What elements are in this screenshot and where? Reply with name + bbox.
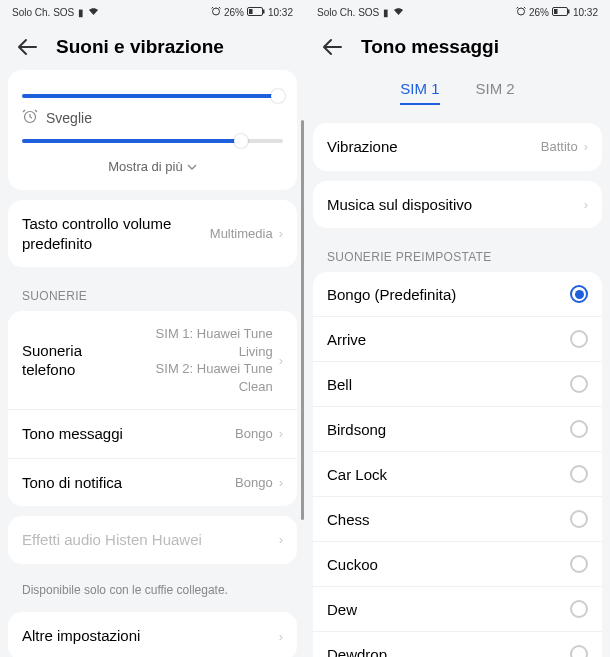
ringtone-item[interactable]: Birdsong	[313, 406, 602, 451]
alarm-status-icon	[516, 6, 526, 18]
alarm-status-icon	[211, 6, 221, 18]
time-text: 10:32	[268, 7, 293, 18]
scrollbar[interactable]	[301, 120, 304, 520]
wifi-icon	[88, 7, 99, 18]
ringtone-item[interactable]: Dewdrop	[313, 631, 602, 657]
chevron-right-icon: ›	[279, 426, 283, 441]
message-tone-label: Tono messaggi	[22, 424, 123, 444]
other-settings-row[interactable]: Altre impostazioni ›	[8, 612, 297, 657]
notification-tone-value: Bongo	[235, 474, 273, 492]
carrier-text: Solo Ch. SOS	[317, 7, 379, 18]
radio-button[interactable]	[570, 465, 588, 483]
volume-key-row[interactable]: Tasto controllo volume predefinito Multi…	[8, 200, 297, 267]
radio-button[interactable]	[570, 510, 588, 528]
phone-ringtone-row[interactable]: Suoneria telefono SIM 1: Huawei Tune Liv…	[8, 311, 297, 409]
ringtone-name: Cuckoo	[327, 556, 378, 573]
music-device-row[interactable]: Musica sul dispositivo ›	[313, 181, 602, 229]
battery-icon	[552, 7, 570, 18]
chevron-right-icon: ›	[279, 226, 283, 241]
histen-label: Effetti audio Histen Huawei	[22, 530, 202, 550]
radio-button[interactable]	[570, 330, 588, 348]
svg-point-0	[212, 8, 219, 15]
radio-button[interactable]	[570, 420, 588, 438]
svg-rect-2	[249, 9, 253, 14]
volume-sliders-card: Sveglie Mostra di più	[8, 70, 297, 190]
radio-button[interactable]	[570, 645, 588, 657]
ringtone-item[interactable]: Bongo (Predefinita)	[313, 272, 602, 316]
status-bar: Solo Ch. SOS ▮ 26% 10:32	[0, 0, 305, 22]
carrier-text: Solo Ch. SOS	[12, 7, 74, 18]
chevron-right-icon: ›	[279, 475, 283, 490]
music-device-label: Musica sul dispositivo	[327, 195, 472, 215]
ringtone-name: Bongo (Predefinita)	[327, 286, 456, 303]
phone-ringtone-sim1: SIM 1: Huawei Tune Living	[132, 325, 272, 360]
battery-text: 26%	[224, 7, 244, 18]
histen-helper: Disponibile solo con le cuffie collegate…	[8, 574, 297, 613]
svg-rect-7	[554, 9, 558, 14]
time-text: 10:32	[573, 7, 598, 18]
alarm-slider[interactable]	[22, 139, 283, 143]
alarm-label: Sveglie	[46, 110, 92, 126]
chevron-down-icon	[187, 164, 197, 170]
volume-key-value: Multimedia	[210, 225, 273, 243]
ringtone-name: Arrive	[327, 331, 366, 348]
wifi-icon	[393, 7, 404, 18]
ringtone-list: Bongo (Predefinita)ArriveBellBirdsongCar…	[313, 272, 602, 657]
tab-sim1[interactable]: SIM 1	[400, 80, 439, 105]
music-device-card: Musica sul dispositivo ›	[313, 181, 602, 229]
show-more-button[interactable]: Mostra di più	[22, 153, 283, 184]
radio-button[interactable]	[570, 375, 588, 393]
ringtone-item[interactable]: Chess	[313, 496, 602, 541]
notification-tone-row[interactable]: Tono di notifica Bongo ›	[8, 458, 297, 507]
ringtone-name: Car Lock	[327, 466, 387, 483]
histen-row: Effetti audio Histen Huawei ›	[8, 516, 297, 564]
ringtone-name: Chess	[327, 511, 370, 528]
back-button[interactable]	[321, 36, 343, 58]
tab-sim2[interactable]: SIM 2	[476, 80, 515, 105]
ringtone-name: Dew	[327, 601, 357, 618]
ringtone-name: Birdsong	[327, 421, 386, 438]
vibration-value: Battito	[541, 138, 578, 156]
radio-button[interactable]	[570, 600, 588, 618]
page-title: Suoni e vibrazione	[56, 36, 224, 58]
sounds-vibration-screen: Solo Ch. SOS ▮ 26% 10:32 Suoni e vibrazi…	[0, 0, 305, 657]
ringtone-name: Bell	[327, 376, 352, 393]
ringtone-item[interactable]: Arrive	[313, 316, 602, 361]
ringtone-name: Dewdrop	[327, 646, 387, 658]
histen-card: Effetti audio Histen Huawei ›	[8, 516, 297, 564]
ringtone-item[interactable]: Dew	[313, 586, 602, 631]
vibration-row[interactable]: Vibrazione Battito ›	[313, 123, 602, 171]
chevron-right-icon: ›	[279, 629, 283, 644]
battery-icon	[247, 7, 265, 18]
ringtone-item[interactable]: Cuckoo	[313, 541, 602, 586]
other-settings-card: Altre impostazioni ›	[8, 612, 297, 657]
back-button[interactable]	[16, 36, 38, 58]
ringtone-item[interactable]: Car Lock	[313, 451, 602, 496]
sos-icon: ▮	[78, 7, 84, 18]
alarm-icon	[22, 108, 38, 127]
header: Suoni e vibrazione	[0, 22, 305, 70]
vibration-label: Vibrazione	[327, 137, 398, 157]
svg-point-5	[517, 8, 524, 15]
chevron-right-icon: ›	[279, 532, 283, 547]
other-settings-label: Altre impostazioni	[22, 626, 140, 646]
radio-button[interactable]	[570, 555, 588, 573]
page-title: Tono messaggi	[361, 36, 499, 58]
notification-tone-label: Tono di notifica	[22, 473, 122, 493]
message-tone-screen: Solo Ch. SOS ▮ 26% 10:32 Tono messaggi S…	[305, 0, 610, 657]
ringtones-section-label: SUONERIE	[8, 277, 297, 311]
header: Tono messaggi	[305, 22, 610, 70]
message-tone-row[interactable]: Tono messaggi Bongo ›	[8, 409, 297, 458]
phone-ringtone-sim2: SIM 2: Huawei Tune Clean	[132, 360, 272, 395]
volume-key-card: Tasto controllo volume predefinito Multi…	[8, 200, 297, 267]
ringtone-item[interactable]: Bell	[313, 361, 602, 406]
chevron-right-icon: ›	[279, 353, 283, 368]
volume-key-label: Tasto controllo volume predefinito	[22, 214, 172, 253]
svg-rect-3	[263, 9, 265, 13]
chevron-right-icon: ›	[584, 197, 588, 212]
message-tone-value: Bongo	[235, 425, 273, 443]
ringtones-card: Suoneria telefono SIM 1: Huawei Tune Liv…	[8, 311, 297, 506]
sim-tabs: SIM 1 SIM 2	[305, 70, 610, 111]
volume-slider[interactable]	[22, 94, 283, 98]
radio-button[interactable]	[570, 285, 588, 303]
